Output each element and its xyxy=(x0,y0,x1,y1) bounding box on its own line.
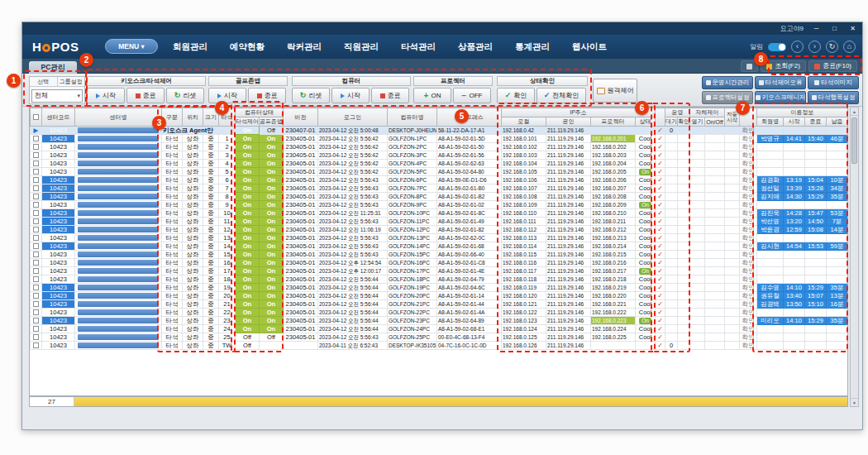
confirm-button[interactable]: 확인 xyxy=(740,193,757,201)
confirm-button[interactable]: 확인 xyxy=(740,168,757,176)
header-ip-public[interactable]: 공인 xyxy=(546,117,591,127)
kiosk-reset-button[interactable]: 리셋 xyxy=(166,88,204,103)
bay-image-button[interactable]: 타석이미지 xyxy=(808,76,859,89)
table-row[interactable]: 10423타석상좌중12OnOn230405-012023-04-12 오전 1… xyxy=(31,226,848,234)
app-start-button[interactable]: 시작 xyxy=(208,88,246,103)
row-checkbox[interactable] xyxy=(31,317,42,325)
checkbox-icon[interactable] xyxy=(33,342,39,348)
checkbox-icon[interactable] xyxy=(33,251,39,257)
row-checkbox[interactable] xyxy=(31,135,42,143)
pc-start-button[interactable]: 시작 xyxy=(331,88,370,103)
table-row[interactable]: 10423타석상좌중7OnOn230405-012023-04-12 오전 5:… xyxy=(31,184,848,193)
table-row[interactable]: 10423타석상좌중23OnOn230405-012023-04-12 오전 5… xyxy=(31,317,848,325)
row-checkbox[interactable] xyxy=(31,309,42,317)
header-position[interactable]: 위치 xyxy=(183,108,203,127)
table-row[interactable]: 10423타석상좌중10OnOn230405-012023-04-12 오전 1… xyxy=(31,209,848,218)
projector-on-button[interactable]: ON xyxy=(413,88,451,103)
table-row[interactable]: 10423타석상좌중19OnOn230405-012023-04-12 오전 5… xyxy=(31,284,848,292)
header-login[interactable]: 로그인 xyxy=(318,108,388,127)
checkbox-icon[interactable] xyxy=(33,260,39,266)
row-checkbox[interactable] xyxy=(31,218,42,226)
confirm-button[interactable]: 확인 xyxy=(740,242,757,251)
kiosk-start-button[interactable]: 시작 xyxy=(87,88,125,103)
header-ip-projector[interactable]: 프로젝터 xyxy=(591,117,636,127)
row-checkbox[interactable] xyxy=(31,325,42,333)
header-select-all[interactable] xyxy=(31,108,42,127)
checkbox-icon[interactable] xyxy=(33,136,39,141)
confirm-button[interactable]: 확인 xyxy=(740,218,757,226)
header-wait[interactable]: 대기 xyxy=(665,117,678,127)
confirm-button[interactable]: 확인 xyxy=(740,317,757,325)
kiosk-stop-button[interactable]: 종료 xyxy=(126,88,165,103)
confirm-button[interactable]: 확인 xyxy=(740,201,757,209)
confirm-button[interactable]: 확인 xyxy=(740,300,757,309)
header-center-code[interactable]: 센터코드 xyxy=(42,108,75,127)
status-check-button[interactable]: 확인 xyxy=(497,88,535,103)
confirm-button[interactable]: 확인 xyxy=(740,127,757,135)
nav-item-products[interactable]: 상품관리 xyxy=(458,41,493,53)
row-checkbox[interactable] xyxy=(31,342,42,350)
header-member[interactable]: 회원명 xyxy=(757,117,784,127)
menu-button[interactable]: MENU ▾ xyxy=(105,39,158,54)
row-checkbox[interactable] xyxy=(31,160,42,168)
header-version[interactable]: 버전 xyxy=(284,108,318,127)
table-row[interactable]: 10423타석상좌중5OnOn230405-012023-04-12 오전 5:… xyxy=(31,168,848,176)
row-checkbox[interactable]: ▶ xyxy=(31,127,42,135)
row-checkbox[interactable] xyxy=(31,143,42,151)
checkbox-icon[interactable] xyxy=(33,177,39,183)
tab-pc-management[interactable]: PC관리 xyxy=(29,61,77,74)
row-checkbox[interactable] xyxy=(31,251,42,259)
table-row[interactable]: 10423타석상좌중4OnOn230405-012023-04-12 오전 5:… xyxy=(31,160,848,168)
table-row[interactable]: 10423타석상좌중9OnOn230405-012023-04-12 오전 5:… xyxy=(31,201,848,209)
kiosk-manager-button[interactable]: 키오스크매니저 xyxy=(755,91,806,104)
table-row[interactable]: 10423타석상좌중22OnOn230405-012023-04-12 오전 5… xyxy=(31,309,848,317)
confirm-button[interactable]: 확인 xyxy=(740,309,757,317)
operating-hours-button[interactable]: 운영시간관리 xyxy=(702,76,753,89)
confirm-button[interactable]: 확인 xyxy=(740,342,757,350)
status-check-all-button[interactable]: 전체확인 xyxy=(537,88,586,103)
table-row[interactable]: 10423타석상좌중16OnOn230405-012023-04-12 오후 1… xyxy=(31,259,848,267)
header-ip-local[interactable]: 로컬 xyxy=(502,117,546,127)
table-row[interactable]: 10423타석상좌중20OnOn230405-012023-04-12 오전 5… xyxy=(31,292,848,300)
checkbox-icon[interactable] xyxy=(33,293,39,299)
header-center-name[interactable]: 센터명 xyxy=(75,108,162,127)
header-start[interactable]: 시작 xyxy=(784,117,805,127)
group-setting-label[interactable]: 그룹설정 xyxy=(58,77,85,86)
maximize-icon[interactable]: □ xyxy=(829,24,840,33)
header-proj-status[interactable]: 상태 xyxy=(636,117,656,127)
target-select-dropdown[interactable]: 전체 xyxy=(31,89,83,103)
remote-control-button[interactable]: 원격제어 xyxy=(593,79,637,103)
projector-off-button[interactable]: OFF xyxy=(453,88,491,103)
row-checkbox[interactable] xyxy=(31,184,42,193)
table-row[interactable]: 10423타석상좌중21OnOn230405-012023-04-12 오전 5… xyxy=(31,300,848,309)
back-icon[interactable]: ‹ xyxy=(791,41,804,53)
confirm-button[interactable]: 확인 xyxy=(740,184,757,193)
row-checkbox[interactable] xyxy=(31,275,42,284)
row-checkbox[interactable] xyxy=(31,168,42,176)
table-row[interactable]: 10423타석상좌중17OnOn230405-012023-04-12 오후 1… xyxy=(31,267,848,275)
table-row[interactable]: 10423타석상좌중18OnOn230405-012023-04-12 오전 5… xyxy=(31,275,848,284)
confirm-button[interactable]: 확인 xyxy=(740,284,757,292)
table-row[interactable]: 10423타석상좌중TWOff2023-04-11 오전 6:52:43DESK… xyxy=(31,342,848,350)
confirm-button[interactable]: 확인 xyxy=(740,209,757,218)
header-bay-control[interactable]: 타석제어 xyxy=(236,117,260,127)
table-row[interactable]: 10423타석상좌중3OnOn230405-012023-04-12 오전 5:… xyxy=(31,151,848,160)
row-checkbox[interactable] xyxy=(31,201,42,209)
table-row[interactable]: ▶10423키오스크 Agent만OnOff230407-012023-04-1… xyxy=(31,127,848,135)
close-icon[interactable]: ✕ xyxy=(847,24,858,33)
header-op-confirm[interactable]: 확인 xyxy=(678,117,690,127)
vertical-scrollbar[interactable]: ▲ ▼ xyxy=(850,107,859,407)
minimize-icon[interactable]: ─ xyxy=(811,24,822,33)
table-row[interactable]: 10423타석상좌중24OnOn230405-012023-04-12 오전 5… xyxy=(31,325,848,333)
confirm-button[interactable]: 확인 xyxy=(740,292,757,300)
home-icon[interactable]: ⌂ xyxy=(843,41,856,53)
checkbox-icon[interactable] xyxy=(33,285,39,290)
table-row[interactable]: 10423타석상좌중14OnOn230405-012023-04-12 오전 5… xyxy=(31,242,848,251)
table-row[interactable]: 10423타석상좌중1OnOn230405-012023-04-12 오전 5:… xyxy=(31,135,848,143)
table-row[interactable]: 10423타석상좌중6OnOn230405-012023-04-12 오전 5:… xyxy=(31,176,848,184)
row-checkbox[interactable] xyxy=(31,259,42,267)
row-checkbox[interactable] xyxy=(31,267,42,275)
confirm-button[interactable]: 확인 xyxy=(740,251,757,259)
header-open[interactable]: 열기 xyxy=(690,117,705,127)
nav-item-lockers[interactable]: 락커관리 xyxy=(287,41,322,53)
